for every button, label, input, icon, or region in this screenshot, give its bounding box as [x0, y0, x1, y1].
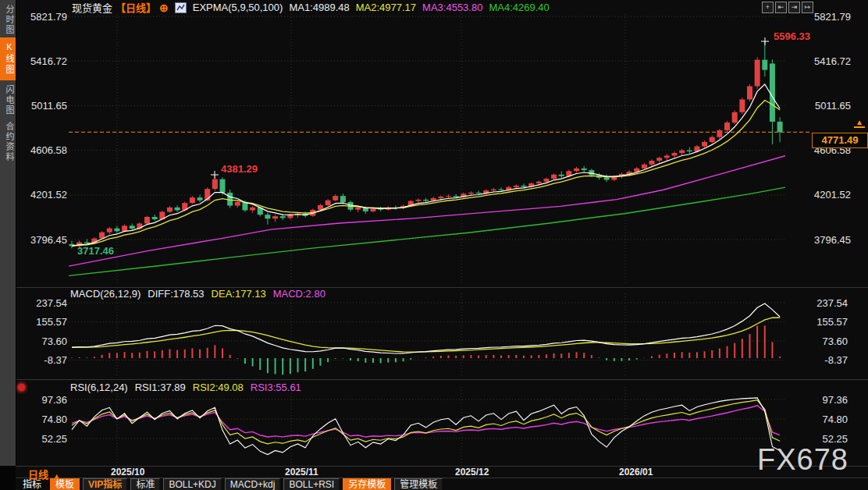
- candle-body: [265, 215, 270, 218]
- candle-body: [747, 86, 752, 99]
- indicator-axis-label: 74.80: [822, 414, 848, 425]
- macd-params: MACD(26,12,9): [70, 288, 141, 300]
- candle-body: [679, 151, 685, 153]
- candle-body: [227, 193, 233, 206]
- sidebar-corner: [0, 466, 16, 490]
- rsi1-line: [72, 398, 780, 455]
- price-axis-label: 3796.45: [814, 234, 851, 246]
- sidebar-tab-kline[interactable]: K线图: [0, 37, 16, 80]
- macd-panel: [72, 304, 780, 375]
- ma1-value: MA1:4989.48: [289, 2, 349, 13]
- candle-body: [710, 137, 715, 142]
- candle-body: [574, 169, 579, 171]
- candle-body: [130, 225, 135, 229]
- price-axis-label: 5011.65: [31, 100, 67, 112]
- candle-body: [468, 193, 474, 194]
- tab-save-template[interactable]: 另存模板: [343, 478, 391, 490]
- scroll-left-icon[interactable]: ⇤: [775, 2, 787, 13]
- candle-body: [99, 233, 105, 239]
- fx678-watermark: FX678: [757, 443, 848, 477]
- tab-template[interactable]: 模板: [50, 478, 80, 490]
- tab-vip-indicator[interactable]: VIP指标: [83, 478, 127, 490]
- instrument-name: 现货黄金: [72, 0, 112, 15]
- move-chart-icon[interactable]: +: [762, 2, 774, 13]
- candle-body: [499, 190, 504, 190]
- rsi3-value: RSI3:55.61: [251, 382, 301, 393]
- price-axis-label: 5821.79: [814, 11, 851, 23]
- price-axis-label: 5821.79: [30, 11, 67, 23]
- indicator-axis-label: -8.37: [44, 354, 67, 366]
- sidebar-tab-timeline[interactable]: 分时图: [0, 5, 16, 35]
- candle-body: [220, 179, 226, 193]
- candle-body: [543, 179, 549, 182]
- date-label: 2025/12: [455, 467, 489, 478]
- jump-latest-icon[interactable]: ↦: [802, 2, 813, 13]
- candle-body: [175, 208, 180, 211]
- alert-indicator-icon: [18, 384, 25, 391]
- candle-body: [144, 217, 150, 223]
- tab-manage-template[interactable]: 管理模板: [394, 478, 443, 490]
- indicator-chart-icon: [175, 2, 187, 13]
- candle-body: [762, 60, 767, 70]
- candle-body: [333, 196, 338, 201]
- rsi-params: RSI(6,12,24): [70, 382, 128, 393]
- ma2-value: MA2:4977.17: [356, 2, 416, 13]
- tab-boll-kdj[interactable]: BOLL+KDJ: [163, 478, 221, 490]
- chart-canvas[interactable]: 5821.795821.795416.725416.725011.655011.…: [0, 0, 868, 490]
- candle-body: [551, 175, 557, 179]
- candle-body: [340, 196, 346, 202]
- indicator-axis-label: 73.60: [41, 336, 67, 347]
- candle-body: [521, 186, 527, 187]
- candle-body: [152, 217, 158, 219]
- sidebar-tab-contract-info[interactable]: 合约资料: [0, 122, 16, 162]
- add-overlay-icon[interactable]: ⊕: [159, 2, 169, 14]
- candle-body: [642, 165, 647, 169]
- candle-body: [604, 178, 610, 180]
- candle-body: [423, 200, 429, 201]
- price-axis-label: 5011.65: [815, 100, 851, 112]
- expma9-line: [72, 101, 780, 247]
- candle-body: [114, 229, 119, 232]
- indicator-title: EXPMA(5,9,50,100): [193, 2, 283, 13]
- template-tab-bar: 指标 模板 VIP指标 标准 BOLL+KDJ MACD+kdj BOLL+RS…: [17, 478, 443, 490]
- chart-type-sidebar: 分时图 K线图 闪电图 合约资料: [0, 0, 16, 466]
- ma3-value: MA3:4553.80: [422, 2, 482, 13]
- ma4-value: MA4:4269.40: [489, 2, 549, 13]
- candle-body: [702, 142, 707, 147]
- current-price-tag: 4771.49: [812, 133, 868, 148]
- indicator-axis-label: 155.57: [816, 316, 848, 328]
- candle-body: [355, 208, 361, 210]
- macd-legend: MACD(26,12,9) DIFF:178.53 DEA:177.13 MAC…: [70, 288, 326, 300]
- candle-body: [514, 186, 519, 187]
- tab-boll-rsi[interactable]: BOLL+RSI: [283, 478, 340, 490]
- candle-body: [454, 196, 459, 197]
- price-axis-label: 4201.52: [30, 189, 67, 201]
- sidebar-tab-flash[interactable]: 闪电图: [0, 85, 16, 115]
- chart-toolbar: + ⇤ ⇥ ↦: [762, 2, 813, 13]
- date-label: 2026/01: [619, 467, 653, 478]
- candle-body: [536, 182, 542, 183]
- tab-indicator[interactable]: 指标: [17, 478, 47, 490]
- indicator-axis-label: 237.54: [816, 297, 848, 309]
- tab-standard[interactable]: 标准: [130, 478, 160, 490]
- candle-body: [318, 205, 323, 210]
- scroll-right-icon[interactable]: ⇥: [788, 2, 800, 13]
- swing-high-annotation: 4381.29: [221, 163, 258, 175]
- candle-body: [287, 215, 293, 218]
- candle-body: [371, 209, 376, 211]
- period-tag: 【日线】: [116, 0, 156, 15]
- candle-body: [739, 99, 745, 112]
- indicator-axis-label: 97.36: [41, 394, 67, 406]
- rsi2-value: RSI2:49.08: [193, 382, 244, 393]
- candle-body: [672, 153, 678, 155]
- candle-body: [491, 190, 496, 190]
- price-axis-label: 3796.45: [30, 234, 67, 246]
- macd-diff-line: [72, 304, 780, 353]
- tab-macd-kdj[interactable]: MACD+kdj: [225, 478, 281, 490]
- candle-body: [438, 197, 443, 198]
- macd-value: MACD:2.80: [273, 288, 326, 300]
- macd-dea-line: [72, 318, 780, 352]
- candle-body: [326, 201, 331, 205]
- candle-body: [167, 208, 173, 212]
- high-price-annotation: 5596.33: [774, 30, 810, 42]
